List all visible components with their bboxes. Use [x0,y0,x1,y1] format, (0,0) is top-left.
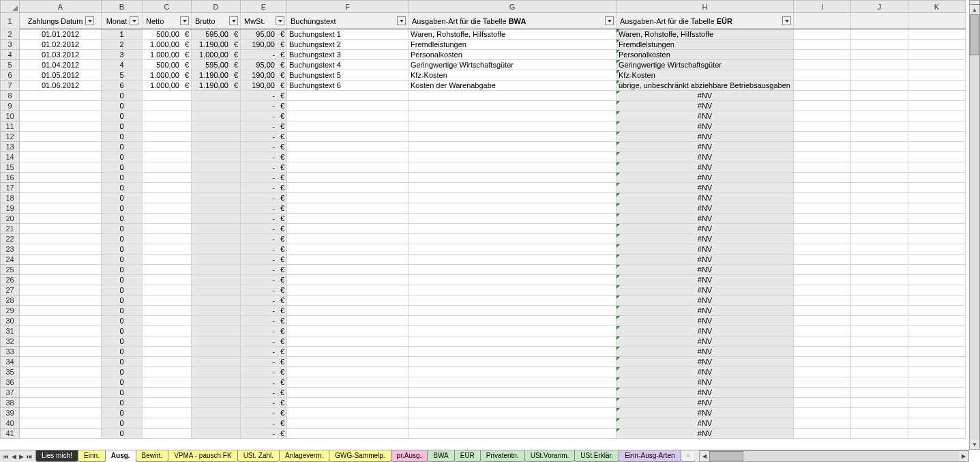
cell-I17[interactable] [794,183,851,193]
cell-G12[interactable] [409,132,617,142]
sheet-tab[interactable]: GWG-Sammelp. [329,450,391,462]
row-header[interactable]: 29 [1,306,20,316]
cell-C24[interactable] [143,255,192,265]
cell-E2[interactable]: 95,00€ [241,29,287,40]
cell-H7[interactable]: übrige, unbeschränkt abziehbare Betriebs… [617,81,794,91]
cell-I23[interactable] [794,244,851,255]
cell-K7[interactable] [908,81,966,91]
cell-K34[interactable] [908,357,966,367]
cell-E13[interactable]: -€ [241,142,287,152]
cell-J26[interactable] [851,275,908,285]
cell-F19[interactable] [287,203,409,214]
cell-D26[interactable] [192,275,241,285]
cell-E35[interactable]: -€ [241,367,287,377]
cell-F37[interactable] [287,388,409,398]
cell-C15[interactable] [143,162,192,173]
cell-I27[interactable] [794,285,851,295]
cell-J35[interactable] [851,367,908,377]
cell-F9[interactable] [287,101,409,111]
cell-F22[interactable] [287,234,409,244]
header-cell-G[interactable]: Ausgaben-Art für die Tabelle BWA [409,13,617,29]
cell-K31[interactable] [908,326,966,336]
cell-J40[interactable] [851,418,908,429]
cell-F5[interactable]: Buchungstext 4 [287,60,409,70]
cell-I29[interactable] [794,306,851,316]
cell-G27[interactable] [409,285,617,295]
cell-H25[interactable]: #NV [617,265,794,275]
cell-I10[interactable] [794,111,851,121]
cell-H23[interactable]: #NV [617,244,794,255]
cell-F4[interactable]: Buchungstext 3 [287,50,409,60]
cell-G30[interactable] [409,316,617,326]
cell-F34[interactable] [287,357,409,367]
cell-J22[interactable] [851,234,908,244]
cell-H9[interactable]: #NV [617,101,794,111]
cell-E33[interactable]: -€ [241,347,287,357]
cell-I15[interactable] [794,162,851,173]
cell-G33[interactable] [409,347,617,357]
header-cell-B[interactable]: Monat [102,13,143,29]
cell-B2[interactable]: 1 [102,29,143,40]
cell-G41[interactable] [409,429,617,439]
cell-B38[interactable]: 0 [102,398,143,408]
cell-A23[interactable] [20,244,102,255]
cell-E29[interactable]: -€ [241,306,287,316]
cell-K25[interactable] [908,265,966,275]
cell-B12[interactable]: 0 [102,132,143,142]
cell-J34[interactable] [851,357,908,367]
cell-I13[interactable] [794,142,851,152]
cell-D25[interactable] [192,265,241,275]
cell-C12[interactable] [143,132,192,142]
column-header-I[interactable]: I [794,1,851,13]
cell-J17[interactable] [851,183,908,193]
cell-K26[interactable] [908,275,966,285]
cell-I40[interactable] [794,418,851,429]
cell-A35[interactable] [20,367,102,377]
cell-F39[interactable] [287,408,409,418]
cell-K24[interactable] [908,255,966,265]
sheet-tab[interactable]: USt.Erklär. [574,450,619,462]
cell-J15[interactable] [851,162,908,173]
cell-K16[interactable] [908,173,966,183]
cell-F38[interactable] [287,398,409,408]
cell-K27[interactable] [908,285,966,295]
cell-D32[interactable] [192,336,241,347]
cell-I30[interactable] [794,316,851,326]
sheet-tab[interactable]: EÜR [454,450,481,462]
column-header-F[interactable]: F [287,1,409,13]
cell-F15[interactable] [287,162,409,173]
cell-G4[interactable]: Personalkosten [409,50,617,60]
row-header[interactable]: 13 [1,142,20,152]
cell-G19[interactable] [409,203,617,214]
cell-I35[interactable] [794,367,851,377]
cell-H19[interactable]: #NV [617,203,794,214]
cell-K36[interactable] [908,377,966,388]
cell-H12[interactable]: #NV [617,132,794,142]
cell-F30[interactable] [287,316,409,326]
cell-B28[interactable]: 0 [102,295,143,306]
cell-C19[interactable] [143,203,192,214]
cell-A17[interactable] [20,183,102,193]
row-header[interactable]: 15 [1,162,20,173]
cell-I34[interactable] [794,357,851,367]
cell-K3[interactable] [908,40,966,50]
cell-A20[interactable] [20,214,102,224]
cell-G8[interactable] [409,91,617,101]
header-cell-J[interactable] [851,13,908,29]
cell-K2[interactable] [908,29,966,40]
header-cell-D[interactable]: Brutto [192,13,241,29]
cell-I28[interactable] [794,295,851,306]
cell-E16[interactable]: -€ [241,173,287,183]
cell-H31[interactable]: #NV [617,326,794,336]
cell-D6[interactable]: 1.190,00€ [192,70,241,81]
cell-E11[interactable]: -€ [241,121,287,132]
column-header-C[interactable]: C [143,1,192,13]
column-header-E[interactable]: E [241,1,287,13]
cell-E5[interactable]: 95,00€ [241,60,287,70]
cell-C7[interactable]: 1.000,00€ [143,81,192,91]
sheet-tab[interactable]: Anlageverm. [279,450,329,462]
cell-B31[interactable]: 0 [102,326,143,336]
cell-I6[interactable] [794,70,851,81]
cell-G20[interactable] [409,214,617,224]
cell-G38[interactable] [409,398,617,408]
